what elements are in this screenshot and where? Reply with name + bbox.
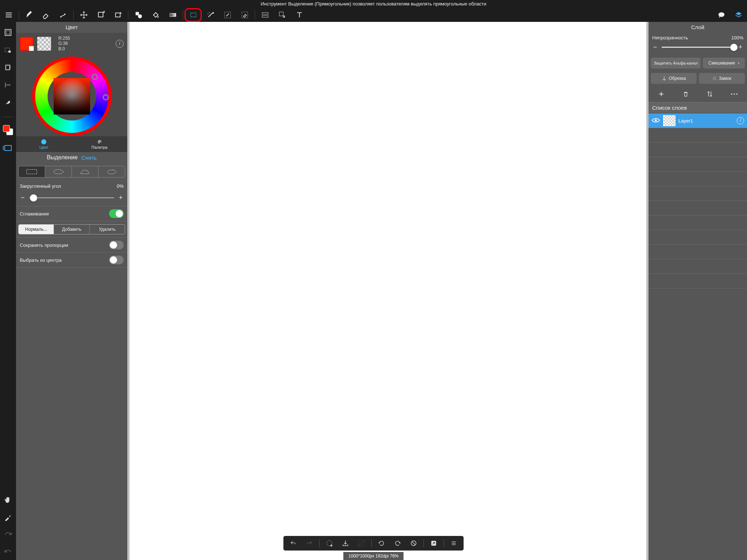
color-wheel[interactable]	[16, 54, 127, 136]
shape-rect-icon[interactable]	[19, 166, 45, 177]
mode-normal[interactable]: Нормаль...	[19, 225, 54, 234]
deselect-button[interactable]: Снять	[81, 155, 97, 161]
hamburger-icon[interactable]	[0, 8, 17, 22]
color-swatch-row: R:255G:38B:0 i	[16, 33, 127, 54]
left-panel: Цвет R:255G:38B:0 i	[16, 22, 127, 350]
plus-icon[interactable]: +	[118, 194, 124, 202]
color-tabs: Цвет Палитра	[16, 136, 127, 152]
mode-add[interactable]: Добавить	[54, 225, 89, 234]
top-toolbar	[0, 8, 467, 22]
antialias-row: Сглаживание	[16, 206, 127, 221]
svg-rect-12	[262, 16, 268, 18]
app-body: Цвет R:255G:38B:0 i	[0, 22, 467, 350]
keep-ratio-switch[interactable]	[109, 241, 124, 249]
rgb-readout: R:255G:38B:0	[58, 36, 70, 51]
keep-ratio-label: Сохранять пропорции	[20, 242, 109, 248]
transform-tool-icon[interactable]	[92, 8, 109, 22]
tool-tooltip: Инструмент Выделение (Прямоугольник) поз…	[0, 0, 467, 8]
bucket-tool-icon[interactable]	[147, 8, 164, 22]
svg-rect-16	[6, 31, 9, 34]
minus-icon[interactable]: −	[20, 194, 26, 202]
gradient-tool-icon[interactable]	[164, 8, 181, 22]
selection-shape-segments	[18, 166, 125, 178]
shape-tool-icon[interactable]	[130, 8, 147, 22]
corner-label: Закругленный угол	[20, 183, 115, 189]
move-tool-icon[interactable]	[75, 8, 92, 22]
smudge-tool-icon[interactable]	[55, 8, 72, 22]
selection-brush-icon[interactable]	[219, 8, 236, 22]
text-tool-icon[interactable]	[291, 8, 308, 22]
magic-wand-tool-icon[interactable]	[202, 8, 219, 22]
svg-rect-2	[98, 12, 103, 17]
shape-poly-icon[interactable]	[72, 166, 98, 177]
from-center-row: Выбрать из центра	[16, 253, 127, 268]
mode-subtract[interactable]: Удалить	[90, 225, 125, 234]
antialias-switch[interactable]	[109, 209, 124, 218]
shape-ellipse-icon[interactable]	[45, 166, 72, 177]
color-info-icon[interactable]: i	[116, 40, 124, 48]
svg-point-27	[54, 170, 63, 174]
corner-slider[interactable]: − +	[16, 192, 127, 206]
svg-point-1	[64, 13, 65, 15]
canvas-area[interactable]	[127, 22, 467, 350]
keep-ratio-row: Сохранять пропорции	[16, 238, 127, 253]
svg-rect-11	[262, 13, 268, 15]
secondary-color-swatch[interactable]	[37, 37, 51, 51]
svg-rect-18	[8, 51, 11, 53]
canvas-frame-icon[interactable]	[3, 27, 13, 38]
svg-rect-8	[190, 13, 196, 17]
rect-select-tool-icon[interactable]	[185, 8, 202, 22]
svg-rect-15	[5, 30, 11, 36]
left-rail	[0, 22, 16, 350]
corner-row: Закругленный угол 0%	[16, 180, 127, 192]
svg-point-5	[138, 14, 142, 18]
svg-point-0	[60, 16, 61, 18]
svg-point-6	[157, 16, 159, 18]
selection-eraser-icon[interactable]	[236, 8, 253, 22]
window-icon[interactable]	[3, 142, 13, 153]
selection-mode-segments: Нормаль... Добавить Удалить	[18, 224, 125, 234]
brush-preset-icon[interactable]	[3, 97, 13, 108]
brush-tool-icon[interactable]	[20, 8, 38, 22]
svg-rect-26	[27, 170, 37, 174]
flip-icon[interactable]	[3, 79, 13, 90]
corner-value: 0%	[117, 183, 124, 189]
svg-rect-4	[135, 12, 139, 15]
rotate-icon[interactable]	[3, 62, 13, 73]
crop-tool-icon[interactable]	[109, 8, 127, 22]
selection-title: Выделение	[47, 154, 78, 161]
canvas[interactable]	[129, 22, 467, 350]
from-center-switch[interactable]	[109, 256, 124, 264]
from-center-label: Выбрать из центра	[20, 257, 109, 263]
shape-lasso-icon[interactable]	[98, 166, 125, 177]
svg-rect-7	[170, 13, 176, 16]
svg-rect-23	[54, 78, 90, 114]
quickmask-icon[interactable]	[3, 44, 13, 55]
primary-color-swatch[interactable]	[20, 37, 34, 51]
ruler-tool-icon[interactable]	[256, 8, 274, 22]
svg-rect-19	[6, 65, 10, 70]
antialias-label: Сглаживание	[20, 211, 109, 217]
color-panel-title: Цвет	[16, 22, 127, 33]
svg-rect-3	[115, 13, 120, 17]
cursor-tool-icon[interactable]	[274, 8, 291, 22]
eraser-tool-icon[interactable]	[38, 8, 55, 22]
color-swatch[interactable]	[3, 125, 13, 135]
selection-panel-header: Выделение Снять	[16, 152, 127, 163]
tab-palette[interactable]: Палитра	[72, 136, 128, 152]
tab-color[interactable]: Цвет	[16, 136, 72, 152]
